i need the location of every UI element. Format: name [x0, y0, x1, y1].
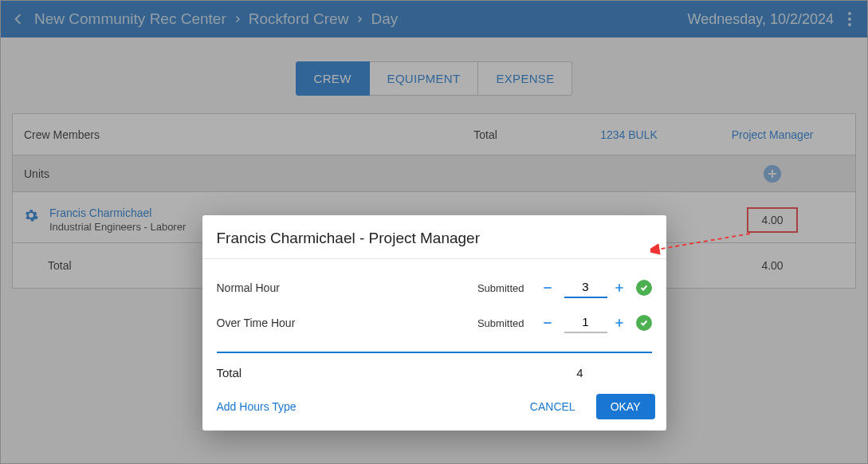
plus-icon[interactable] [611, 279, 628, 297]
hour-type-label: Over Time Hour [217, 317, 469, 329]
hour-input-normal[interactable] [564, 278, 607, 298]
modal-overlay[interactable]: Francis Charmichael - Project Manager No… [1, 1, 867, 463]
modal-total-label: Total [217, 366, 242, 379]
hour-row-normal: Normal Hour Submitted [217, 270, 652, 305]
modal-body: Normal Hour Submitted Over Time Hour Sub… [202, 259, 666, 353]
minus-icon[interactable] [539, 279, 556, 297]
okay-button[interactable]: OKAY [596, 394, 655, 419]
hours-modal: Francis Charmichael - Project Manager No… [202, 215, 666, 431]
modal-footer: Add Hours Type CANCEL OKAY [202, 387, 666, 431]
modal-total-value: 4 [576, 366, 651, 379]
check-circle-icon [636, 280, 652, 296]
minus-icon[interactable] [539, 314, 556, 332]
hour-input-overtime[interactable] [564, 313, 607, 333]
hour-status: Submitted [477, 317, 524, 329]
hour-status: Submitted [477, 282, 524, 294]
modal-total-row: Total 4 [202, 353, 666, 387]
hour-row-overtime: Over Time Hour Submitted [217, 305, 652, 340]
modal-title: Francis Charmichael - Project Manager [202, 215, 666, 259]
plus-icon[interactable] [611, 314, 628, 332]
hour-type-label: Normal Hour [217, 281, 469, 294]
check-circle-icon [636, 315, 652, 331]
cancel-button[interactable]: CANCEL [520, 394, 585, 419]
add-hours-type-link[interactable]: Add Hours Type [214, 400, 509, 413]
